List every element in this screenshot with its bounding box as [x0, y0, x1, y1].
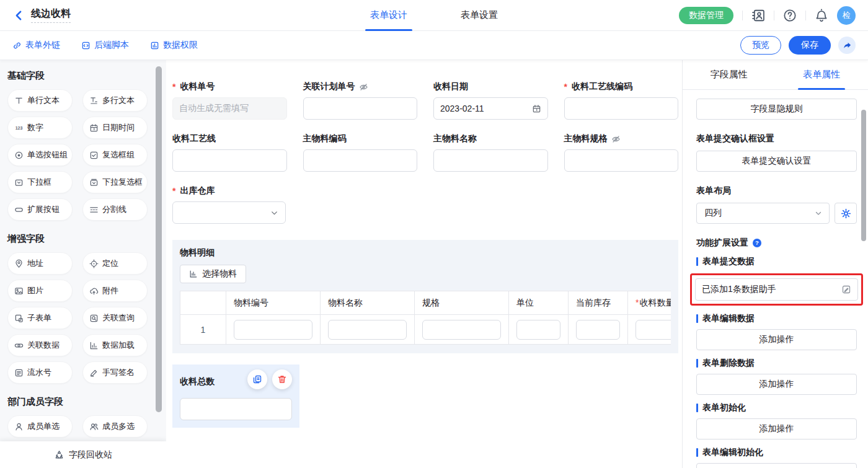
panel-scrollbar[interactable] — [861, 110, 866, 241]
preview-button[interactable]: 预览 — [740, 36, 781, 55]
sidebar-section: 增强字段地址定位图片附件子表单关联查询关联数据数据加载流水号手写签名 — [7, 233, 166, 384]
canvas-field-4[interactable]: 收料工艺线 — [172, 133, 287, 172]
field-input[interactable] — [172, 149, 287, 172]
subform-col-header: 物料名称 — [321, 291, 415, 315]
canvas-field-7[interactable]: 主物料规格 — [564, 133, 679, 172]
layout-select[interactable]: 四列 — [696, 203, 830, 224]
field-input[interactable] — [433, 149, 548, 172]
field-input[interactable] — [564, 149, 679, 172]
field-pill-single-line-text[interactable]: 单行文本 — [7, 89, 73, 112]
field-pill-divider[interactable]: 分割线 — [82, 198, 148, 221]
field-pill-signature[interactable]: 手写签名 — [82, 361, 148, 384]
copy-icon — [252, 374, 262, 384]
toolbar-link-1[interactable]: 后端脚本 — [81, 40, 129, 51]
add-action-button[interactable]: 添加操作 — [696, 463, 857, 468]
field-pill-attachment[interactable]: 附件 — [82, 280, 148, 302]
panel-section-0: 表单提交数据已添加1条数据助手 — [696, 256, 857, 306]
subform-cell-input[interactable] — [576, 320, 620, 340]
add-action-button[interactable]: 添加操作 — [696, 374, 857, 395]
form-title[interactable]: 线边收料 — [31, 7, 71, 23]
selected-field-total[interactable]: 收料总数 — [172, 364, 299, 428]
delete-field-button[interactable] — [272, 369, 292, 389]
share-button[interactable] — [838, 37, 856, 54]
field-pill-lookup[interactable]: 关联查询 — [82, 307, 148, 329]
subform-cell-input[interactable] — [636, 320, 671, 340]
toolbar-link-2[interactable]: 数据权限 — [150, 40, 198, 51]
selected-field-label: 收料总数 — [180, 376, 215, 387]
submit-confirm-button[interactable]: 表单提交确认设置 — [696, 151, 857, 172]
subform-cell-input[interactable] — [422, 320, 501, 340]
field-input[interactable] — [303, 149, 418, 172]
subform-material-detail[interactable]: 物料明细 选择物料 物料编号物料名称规格单位当前库存*收料数量 1 — [172, 240, 678, 353]
toolbar-link-0[interactable]: 表单外链 — [12, 40, 60, 51]
sidebar-scrollbar[interactable] — [156, 66, 162, 412]
field-pill-select[interactable]: 下拉框 — [7, 171, 73, 193]
field-pill-number[interactable]: 123数字 — [7, 117, 73, 139]
field-pill-datetime[interactable]: 日期时间 — [82, 117, 148, 139]
subform-cell-input[interactable] — [328, 320, 407, 340]
field-pill-member-multi[interactable]: 成员多选 — [82, 415, 148, 438]
field-pill-label: 单选按钮组 — [27, 149, 68, 161]
field-input-select[interactable] — [172, 201, 286, 224]
save-button[interactable]: 保存 — [789, 36, 831, 55]
field-pill-label: 分割线 — [102, 204, 126, 215]
field-input[interactable] — [303, 97, 418, 120]
tab-field-properties[interactable]: 字段属性 — [683, 60, 776, 89]
canvas-field-0[interactable]: *收料单号自动生成无需填写 — [172, 81, 287, 120]
tab-form-properties[interactable]: 表单属性 — [776, 60, 868, 89]
field-recycle-bin[interactable]: 字段回收站 — [0, 441, 166, 468]
chart-icon — [189, 270, 198, 278]
back-icon[interactable] — [12, 9, 25, 22]
field-pill-button[interactable]: 扩展按钮 — [7, 198, 73, 221]
field-pill-member-single[interactable]: 成员单选 — [7, 415, 73, 438]
canvas-field-3[interactable]: *收料工艺线编码 — [564, 81, 679, 120]
select-material-button[interactable]: 选择物料 — [180, 265, 246, 283]
canvas-field-2[interactable]: 收料日期2023-02-11 — [433, 81, 548, 120]
help-circle-icon[interactable]: ? — [752, 238, 762, 248]
field-visibility-rule-button[interactable]: 字段显隐规则 — [696, 99, 857, 120]
svg-text:?: ? — [755, 239, 759, 246]
field-pill-multi-select[interactable]: 下拉复选框 — [82, 171, 148, 193]
calendar-icon — [532, 104, 541, 113]
canvas-field-1[interactable]: 关联计划单号 — [303, 81, 418, 120]
tab-form-design[interactable]: 表单设计 — [365, 0, 412, 30]
form-toolbar: 表单外链后端脚本数据权限 预览 保存 — [0, 31, 868, 60]
panel-section-title: 表单编辑初始化 — [696, 447, 857, 458]
layout-settings-button[interactable] — [835, 203, 857, 224]
field-pill-radio-group[interactable]: 单选按钮组 — [7, 144, 73, 166]
data-manage-button[interactable]: 数据管理 — [679, 7, 733, 24]
subform-cell-input[interactable] — [234, 320, 312, 340]
handbook-icon[interactable] — [751, 9, 765, 22]
field-input[interactable] — [564, 97, 679, 120]
address-icon — [14, 259, 24, 268]
field-pill-subform[interactable]: 子表单 — [7, 307, 73, 329]
submit-confirm-label: 表单提交确认框设置 — [696, 133, 857, 144]
canvas-field-5[interactable]: 主物料编码 — [303, 133, 418, 172]
add-action-button[interactable]: 添加操作 — [696, 418, 857, 439]
help-icon[interactable] — [783, 9, 797, 22]
required-asterisk: * — [172, 186, 175, 196]
canvas-field-8[interactable]: *出库仓库 — [172, 185, 286, 224]
total-quantity-input[interactable] — [180, 398, 292, 420]
data-assistant-box[interactable]: 已添加1条数据助手 — [695, 278, 858, 301]
field-pill-serial-number[interactable]: 流水号 — [7, 361, 73, 384]
field-pill-linked-data[interactable]: 关联数据 — [7, 334, 73, 356]
field-pill-image[interactable]: 图片 — [7, 280, 73, 302]
copy-field-button[interactable] — [247, 369, 267, 389]
panel-section-title: 表单编辑数据 — [696, 313, 857, 324]
field-pill-multi-line-text[interactable]: 多行文本 — [82, 89, 148, 112]
add-action-button[interactable]: 添加操作 — [696, 329, 857, 350]
field-pill-address[interactable]: 地址 — [7, 252, 73, 275]
avatar[interactable]: 检 — [837, 6, 856, 25]
canvas-field-6[interactable]: 主物料名称 — [433, 133, 548, 172]
app-header: 线边收料 表单设计 表单设置 数据管理 检 — [0, 0, 868, 31]
field-input-date[interactable]: 2023-02-11 — [433, 97, 548, 120]
subform-cell-input[interactable] — [516, 320, 560, 340]
field-pill-checkbox-group[interactable]: 复选框组 — [82, 144, 148, 166]
field-label: 主物料规格 — [564, 133, 679, 144]
tab-form-settings[interactable]: 表单设置 — [456, 0, 503, 30]
field-pill-data-load[interactable]: 数据加载 — [82, 334, 148, 356]
field-pill-label: 单行文本 — [27, 95, 60, 106]
field-pill-location[interactable]: 定位 — [82, 252, 148, 275]
notification-bell-icon[interactable] — [815, 9, 828, 22]
